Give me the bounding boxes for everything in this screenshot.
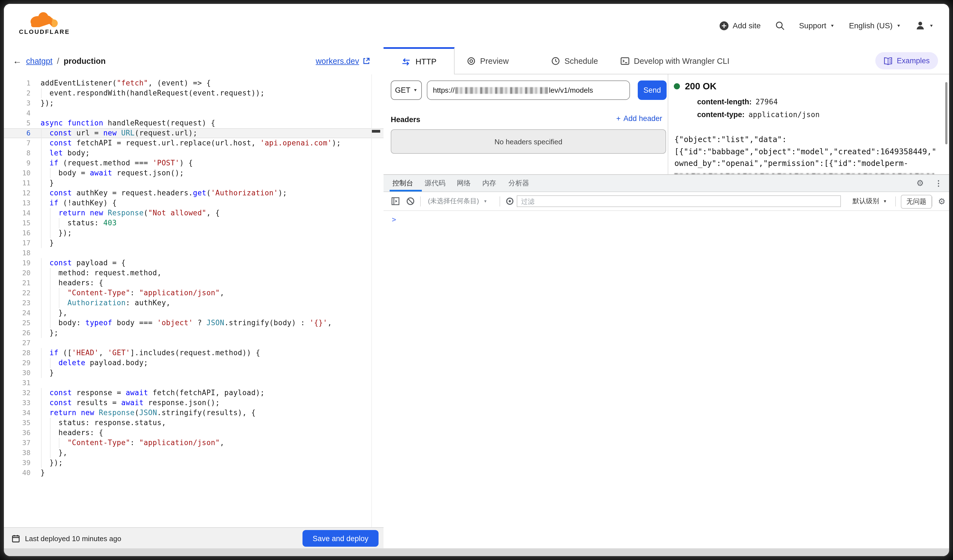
line-number[interactable]: 39: [4, 458, 31, 468]
code-line[interactable]: 12 const authKey = request.headers.get('…: [4, 188, 383, 198]
tab-http[interactable]: HTTP: [383, 47, 455, 74]
line-number[interactable]: 22: [4, 288, 31, 298]
search-button[interactable]: [775, 21, 785, 30]
line-number[interactable]: 5: [4, 118, 31, 128]
line-number[interactable]: 37: [4, 438, 31, 448]
line-number[interactable]: 33: [4, 398, 31, 408]
devtools-tab-console[interactable]: 控制台: [393, 175, 413, 191]
line-number[interactable]: 32: [4, 388, 31, 398]
devtools-tab-memory[interactable]: 内存: [482, 175, 496, 191]
code-line[interactable]: 33 const results = await response.json()…: [4, 398, 383, 408]
line-number[interactable]: 1: [4, 78, 31, 88]
tab-preview[interactable]: Preview: [467, 47, 509, 74]
line-number[interactable]: 38: [4, 448, 31, 458]
send-button[interactable]: Send: [638, 81, 667, 100]
code-line[interactable]: 2 event.respondWith(handleRequest(event.…: [4, 88, 383, 98]
line-number[interactable]: 13: [4, 198, 31, 208]
code-line[interactable]: 10 body = await request.json();: [4, 168, 383, 178]
code-line[interactable]: 20 method: request.method,: [4, 268, 383, 278]
save-and-deploy-button[interactable]: Save and deploy: [303, 530, 379, 547]
code-line[interactable]: 13 if (!authKey) {: [4, 198, 383, 208]
code-line[interactable]: 14 return new Response("Not allowed", {: [4, 208, 383, 218]
code-line[interactable]: 8 let body;: [4, 148, 383, 158]
cloudflare-logo[interactable]: CLOUDFLARE: [14, 11, 75, 35]
line-number[interactable]: 36: [4, 428, 31, 438]
code-line[interactable]: 27: [4, 338, 383, 348]
line-number[interactable]: 17: [4, 238, 31, 248]
line-number[interactable]: 15: [4, 218, 31, 228]
code-line[interactable]: 18: [4, 248, 383, 258]
line-number[interactable]: 3: [4, 98, 31, 108]
code-line[interactable]: 19 const payload = {: [4, 258, 383, 268]
back-arrow-icon[interactable]: ←: [13, 56, 22, 66]
support-menu[interactable]: Support ▼: [799, 21, 835, 30]
code-line[interactable]: 26 };: [4, 328, 383, 338]
code-line[interactable]: 6 const url = new URL(request.url);: [4, 128, 383, 138]
console-filter-input[interactable]: [517, 195, 841, 207]
console-context-selector[interactable]: (未选择任何条目) ▼: [428, 192, 487, 210]
line-number[interactable]: 23: [4, 298, 31, 308]
code-line[interactable]: 15 status: 403: [4, 218, 383, 228]
code-line[interactable]: 23 Authorization: authKey,: [4, 298, 383, 308]
workers-dev-link[interactable]: workers.dev: [316, 47, 370, 74]
line-number[interactable]: 2: [4, 88, 31, 98]
issues-button[interactable]: 无问题: [901, 195, 932, 209]
code-line[interactable]: 25 body: typeof body === 'object' ? JSON…: [4, 318, 383, 328]
line-number[interactable]: 35: [4, 418, 31, 428]
line-number[interactable]: 29: [4, 358, 31, 368]
code-line[interactable]: 4: [4, 108, 383, 118]
console-sidebar-toggle[interactable]: [391, 192, 400, 210]
workers-dev-label[interactable]: workers.dev: [316, 56, 359, 65]
code-line[interactable]: 1addEventListener("fetch", (event) => {: [4, 78, 383, 88]
line-number[interactable]: 28: [4, 348, 31, 358]
response-body[interactable]: {"object":"list","data":[{"id":"babbage"…: [674, 134, 947, 174]
code-line[interactable]: 5async function handleRequest(request) {: [4, 118, 383, 128]
examples-button[interactable]: Examples: [875, 52, 938, 69]
line-number[interactable]: 10: [4, 168, 31, 178]
code-line[interactable]: 39 });: [4, 458, 383, 468]
line-number[interactable]: 6: [4, 128, 31, 138]
line-number[interactable]: 11: [4, 178, 31, 188]
line-number[interactable]: 30: [4, 368, 31, 378]
code-line[interactable]: 32 const response = await fetch(fetchAPI…: [4, 388, 383, 398]
line-number[interactable]: 16: [4, 228, 31, 238]
account-menu[interactable]: ▼: [915, 20, 934, 31]
method-select[interactable]: GET ▼: [391, 81, 422, 100]
add-header-button[interactable]: + Add header: [616, 114, 662, 123]
code-line[interactable]: 24 },: [4, 308, 383, 318]
line-number[interactable]: 24: [4, 308, 31, 318]
code-line[interactable]: 21 headers: {: [4, 278, 383, 288]
code-editor[interactable]: 1addEventListener("fetch", (event) => {2…: [4, 74, 383, 527]
line-number[interactable]: 25: [4, 318, 31, 328]
devtools-menu-button[interactable]: ⋮: [935, 175, 942, 191]
devtools-tab-profiler[interactable]: 分析器: [508, 175, 529, 191]
line-number[interactable]: 21: [4, 278, 31, 288]
line-number[interactable]: 7: [4, 138, 31, 148]
clear-console-button[interactable]: [406, 192, 414, 210]
tab-schedule[interactable]: Schedule: [551, 47, 598, 74]
add-site-button[interactable]: Add site: [719, 21, 761, 30]
code-line[interactable]: 40}: [4, 468, 383, 478]
console-settings-button[interactable]: ⚙: [938, 192, 945, 210]
devtools-tab-sources[interactable]: 源代码: [425, 175, 445, 191]
code-line[interactable]: 29 delete payload.body;: [4, 358, 383, 368]
breadcrumb-worker-link[interactable]: chatgpt: [26, 56, 53, 65]
line-number[interactable]: 31: [4, 378, 31, 388]
language-menu[interactable]: English (US) ▼: [849, 21, 901, 30]
line-number[interactable]: 4: [4, 108, 31, 118]
line-number[interactable]: 14: [4, 208, 31, 218]
code-line[interactable]: 22 "Content-Type": "application/json",: [4, 288, 383, 298]
request-url-input[interactable]: https://lev/v1/models: [427, 81, 630, 100]
line-number[interactable]: 9: [4, 158, 31, 168]
line-number[interactable]: 8: [4, 148, 31, 158]
line-number[interactable]: 34: [4, 408, 31, 418]
line-number[interactable]: 20: [4, 268, 31, 278]
devtools-tab-network[interactable]: 网络: [457, 175, 471, 191]
code-line[interactable]: 11 }: [4, 178, 383, 188]
code-line[interactable]: 30 }: [4, 368, 383, 378]
line-number[interactable]: 27: [4, 338, 31, 348]
line-number[interactable]: 26: [4, 328, 31, 338]
code-line[interactable]: 3});: [4, 98, 383, 108]
log-level-dropdown[interactable]: 默认级别 ▼: [852, 192, 887, 210]
code-line[interactable]: 36 headers: {: [4, 428, 383, 438]
